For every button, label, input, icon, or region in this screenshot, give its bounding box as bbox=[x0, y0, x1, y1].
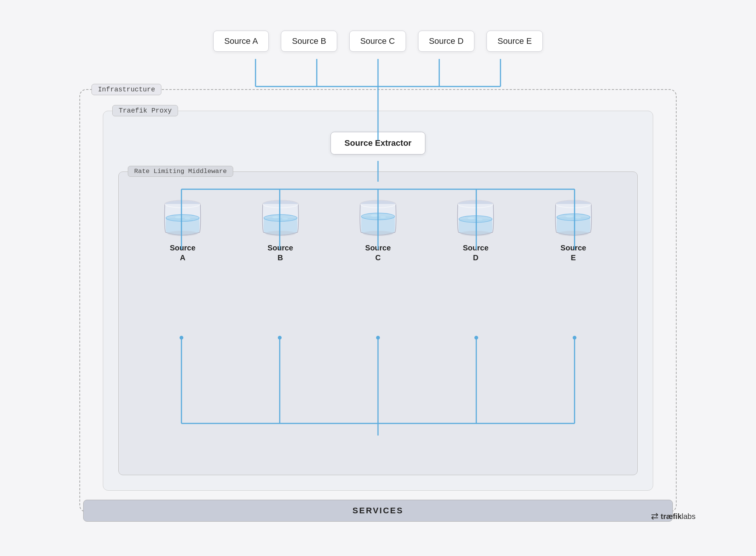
bucket-item-d: SourceD bbox=[451, 191, 500, 263]
bucket-label-a: SourceA bbox=[170, 243, 195, 263]
traefik-labs-logo: ⇄ træfiklabs bbox=[651, 511, 696, 522]
svg-point-20 bbox=[363, 231, 393, 236]
svg-point-11 bbox=[282, 218, 288, 220]
infrastructure-label: Infrastructure bbox=[91, 84, 161, 95]
bucket-item-b: SourceB bbox=[256, 191, 305, 263]
bucket-label-b: SourceB bbox=[268, 243, 293, 263]
svg-point-25 bbox=[477, 219, 483, 221]
diagram-container: Source A Source B Source C Source D Sour… bbox=[38, 23, 718, 533]
infrastructure-box: Infrastructure Traefik Proxy Source Extr… bbox=[79, 89, 677, 512]
bucket-a bbox=[158, 191, 207, 240]
logo-text: træfiklabs bbox=[661, 512, 696, 521]
svg-point-4 bbox=[184, 218, 191, 219]
bucket-c bbox=[353, 191, 403, 240]
bucket-item-e: SourceE bbox=[549, 191, 598, 263]
svg-point-10 bbox=[272, 216, 279, 218]
svg-point-6 bbox=[167, 231, 198, 236]
bucket-item-a: SourceA bbox=[158, 191, 207, 263]
source-extractor-box: Source Extractor bbox=[330, 132, 425, 154]
svg-point-34 bbox=[558, 231, 589, 236]
bucket-label-e: SourceE bbox=[561, 243, 586, 263]
svg-point-18 bbox=[380, 216, 386, 218]
top-sources-row: Source A Source B Source C Source D Sour… bbox=[38, 31, 718, 52]
source-box-e: Source E bbox=[486, 31, 543, 52]
source-box-d: Source D bbox=[418, 31, 475, 52]
bucket-label-c: SourceC bbox=[365, 243, 391, 263]
bucket-item-c: SourceC bbox=[353, 191, 403, 263]
svg-point-31 bbox=[565, 215, 573, 218]
svg-point-17 bbox=[370, 215, 378, 217]
source-box-a: Source A bbox=[213, 31, 269, 52]
svg-point-27 bbox=[460, 231, 491, 236]
source-box-b: Source B bbox=[281, 31, 337, 52]
svg-point-32 bbox=[575, 217, 581, 219]
bucket-e bbox=[549, 191, 598, 240]
services-bar: SERVICES bbox=[83, 500, 673, 522]
svg-point-3 bbox=[175, 216, 183, 218]
buckets-row: SourceA bbox=[119, 191, 637, 263]
svg-point-13 bbox=[265, 231, 296, 236]
traefik-proxy-label: Traefik Proxy bbox=[112, 105, 178, 116]
bucket-b bbox=[256, 191, 305, 240]
svg-point-24 bbox=[468, 217, 474, 219]
logo-icon: ⇄ bbox=[651, 511, 658, 522]
bucket-label-d: SourceD bbox=[463, 243, 488, 263]
source-box-c: Source C bbox=[349, 31, 406, 52]
traefik-proxy-box: Traefik Proxy Source Extractor Rate Limi… bbox=[103, 111, 653, 491]
rate-limiting-label: Rate Limiting Middleware bbox=[128, 166, 233, 177]
rate-limiting-box: Rate Limiting Middleware bbox=[118, 171, 638, 475]
bucket-d bbox=[451, 191, 500, 240]
